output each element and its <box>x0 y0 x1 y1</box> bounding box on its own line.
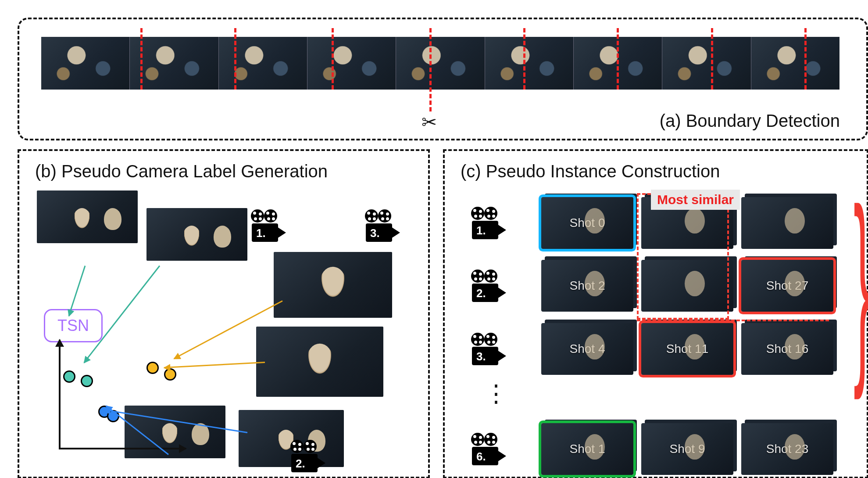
shot-boundary <box>429 28 432 111</box>
thumb-crowd-1 <box>37 190 138 243</box>
shot-boundary <box>523 28 525 90</box>
most-similar-label: Most similar <box>651 190 740 210</box>
thumb-man-balcony-1 <box>274 252 392 318</box>
arrow-teal-1 <box>68 266 86 316</box>
most-similar-box-1 <box>637 193 729 320</box>
camera-number: 6. <box>476 450 486 464</box>
shot-thumbnail: Shot 0 <box>541 197 633 249</box>
shot-thumbnail: Shot 1 <box>541 423 633 475</box>
cluster-dot-teal <box>63 370 75 383</box>
shot-thumbnail: Shot 2 <box>541 260 633 312</box>
camera-number: 1. <box>476 224 486 237</box>
film-frame <box>219 37 307 90</box>
shot-boundary <box>234 28 236 90</box>
panel-b-title: (b) Pseudo Camera Label Generation <box>35 162 328 181</box>
shot-row: Shot 1Shot 9Shot 23 <box>541 423 833 475</box>
shot-thumbnail: Shot 4 <box>541 323 633 375</box>
camera-number: 1. <box>256 226 266 240</box>
shot-thumbnail: Shot 23 <box>741 423 833 475</box>
camera-icon: 3. <box>366 210 400 242</box>
film-frame <box>662 37 751 90</box>
film-frame <box>485 37 574 90</box>
camera-icon: 2. <box>472 270 506 302</box>
camera-number: 3. <box>476 350 486 363</box>
film-frame <box>41 37 130 90</box>
camera-icon: 1. <box>252 210 286 242</box>
shot-thumbnail: Shot 16 <box>741 323 833 375</box>
shot-boundary <box>804 28 807 90</box>
panel-c-title: (c) Pseudo Instance Construction <box>461 162 720 181</box>
shot-thumbnail: Shot 9 <box>641 423 733 475</box>
camera-icon: 6. <box>472 434 506 465</box>
shot-thumbnail: Shot 27 <box>741 260 833 312</box>
feature-axes <box>46 340 186 454</box>
camera-number: 3. <box>370 226 380 240</box>
panel-b-pseudo-camera-label: (b) Pseudo Camera Label Generation TSN 1… <box>18 149 430 478</box>
vertical-dots-icon: ⋮ <box>484 388 512 399</box>
film-frame <box>396 37 485 90</box>
shot-row: Shot 4Shot 11Shot 16 <box>541 323 833 375</box>
camera-icon: 1. <box>472 208 506 239</box>
film-strip <box>41 37 839 90</box>
thumb-man-balcony-2 <box>256 327 383 397</box>
camera-number: 2. <box>476 287 486 300</box>
most-similar-connector <box>637 320 829 321</box>
panel-a-boundary-detection: ✂ (a) Boundary Detection <box>18 18 868 140</box>
shot-thumbnail <box>741 197 833 249</box>
scissors-icon: ✂ <box>421 111 437 133</box>
cluster-dot-teal <box>81 375 93 387</box>
camera-icon: 2. <box>291 441 325 472</box>
panel-a-title: (a) Boundary Detection <box>660 111 840 131</box>
shot-boundary <box>140 28 143 90</box>
camera-icon: 3. <box>472 334 506 365</box>
shot-boundary <box>711 28 713 90</box>
panel-c-pseudo-instance: (c) Pseudo Instance Construction 1.2.3.6… <box>443 149 868 478</box>
camera-number: 2. <box>296 457 305 471</box>
thumb-crowd-2 <box>146 208 247 261</box>
shot-boundary <box>332 28 334 90</box>
shot-thumbnail: Shot 11 <box>641 323 733 375</box>
film-frame <box>751 37 839 90</box>
brace-icon: } <box>854 177 868 388</box>
film-frame <box>307 37 396 90</box>
cluster-dot-yellow <box>146 362 159 374</box>
shot-boundary <box>617 28 619 90</box>
film-frame <box>130 37 218 90</box>
